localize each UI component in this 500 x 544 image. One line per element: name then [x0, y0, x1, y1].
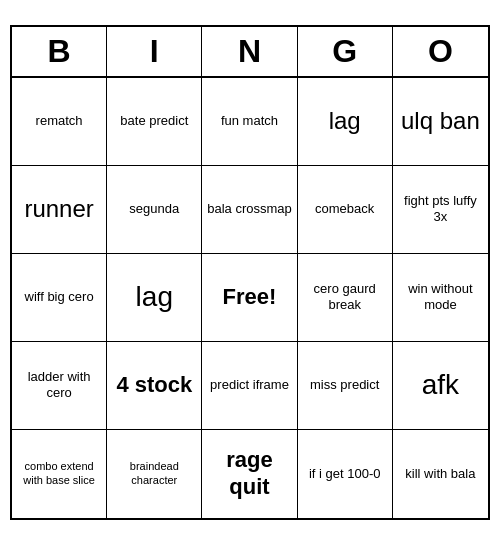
bingo-cell: Free!: [202, 254, 297, 342]
header-letter: I: [107, 27, 202, 76]
bingo-cell: bala crossmap: [202, 166, 297, 254]
bingo-header: BINGO: [12, 27, 488, 78]
bingo-cell: runner: [12, 166, 107, 254]
bingo-cell: if i get 100-0: [298, 430, 393, 518]
bingo-cell: win without mode: [393, 254, 488, 342]
bingo-cell: ladder with cero: [12, 342, 107, 430]
header-letter: O: [393, 27, 488, 76]
bingo-cell: afk: [393, 342, 488, 430]
bingo-grid: rematchbate predictfun matchlagulq banru…: [12, 78, 488, 518]
bingo-cell: wiff big cero: [12, 254, 107, 342]
bingo-cell: rematch: [12, 78, 107, 166]
bingo-board: BINGO rematchbate predictfun matchlagulq…: [10, 25, 490, 520]
bingo-cell: bate predict: [107, 78, 202, 166]
bingo-cell: 4 stock: [107, 342, 202, 430]
header-letter: B: [12, 27, 107, 76]
bingo-cell: predict iframe: [202, 342, 297, 430]
bingo-cell: combo extend with base slice: [12, 430, 107, 518]
bingo-cell: braindead character: [107, 430, 202, 518]
bingo-cell: segunda: [107, 166, 202, 254]
bingo-cell: comeback: [298, 166, 393, 254]
bingo-cell: rage quit: [202, 430, 297, 518]
bingo-cell: ulq ban: [393, 78, 488, 166]
bingo-cell: kill with bala: [393, 430, 488, 518]
bingo-cell: fun match: [202, 78, 297, 166]
header-letter: N: [202, 27, 297, 76]
header-letter: G: [298, 27, 393, 76]
bingo-cell: cero gaurd break: [298, 254, 393, 342]
bingo-cell: miss predict: [298, 342, 393, 430]
bingo-cell: lag: [107, 254, 202, 342]
bingo-cell: fight pts luffy 3x: [393, 166, 488, 254]
bingo-cell: lag: [298, 78, 393, 166]
